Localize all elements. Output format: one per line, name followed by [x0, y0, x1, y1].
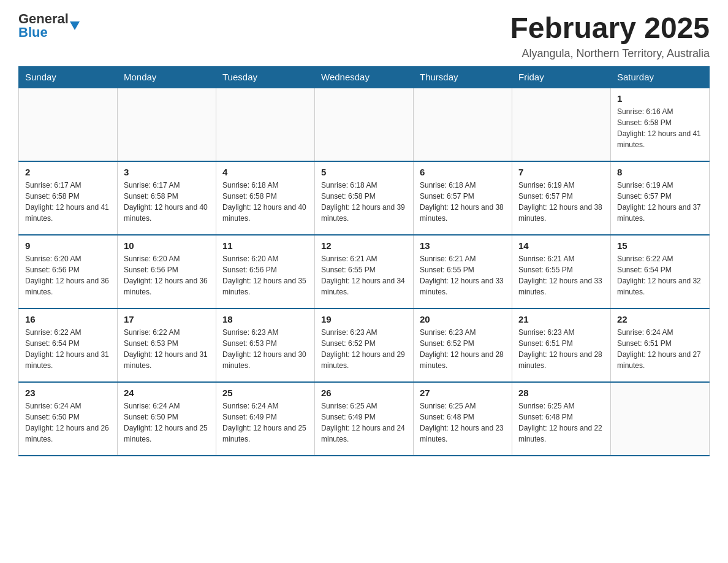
- calendar-table: SundayMondayTuesdayWednesdayThursdayFrid…: [18, 66, 710, 456]
- weekday-header-monday: Monday: [118, 66, 216, 88]
- calendar-cell: 16Sunrise: 6:22 AMSunset: 6:54 PMDayligh…: [19, 308, 118, 382]
- calendar-cell: 17Sunrise: 6:22 AMSunset: 6:53 PMDayligh…: [118, 308, 216, 382]
- calendar-cell: 23Sunrise: 6:24 AMSunset: 6:50 PMDayligh…: [19, 382, 118, 456]
- day-number: 3: [124, 167, 210, 177]
- calendar-cell: 2Sunrise: 6:17 AMSunset: 6:58 PMDaylight…: [19, 161, 118, 235]
- day-number: 8: [617, 167, 703, 177]
- day-number: 9: [25, 240, 111, 251]
- day-number: 15: [617, 240, 703, 251]
- day-info: Sunrise: 6:16 AMSunset: 6:58 PMDaylight:…: [617, 106, 703, 150]
- day-number: 1: [617, 93, 703, 104]
- calendar-cell: [611, 382, 710, 456]
- weekday-header-row: SundayMondayTuesdayWednesdayThursdayFrid…: [19, 66, 710, 88]
- day-number: 27: [420, 388, 506, 398]
- calendar-header: SundayMondayTuesdayWednesdayThursdayFrid…: [19, 66, 710, 88]
- day-info: Sunrise: 6:17 AMSunset: 6:58 PMDaylight:…: [124, 180, 210, 224]
- calendar-cell: [118, 88, 216, 161]
- day-info: Sunrise: 6:22 AMSunset: 6:53 PMDaylight:…: [124, 327, 210, 371]
- day-number: 11: [222, 240, 308, 251]
- calendar-cell: 6Sunrise: 6:18 AMSunset: 6:57 PMDaylight…: [414, 161, 512, 235]
- day-number: 18: [222, 314, 308, 324]
- day-number: 23: [25, 388, 111, 398]
- calendar-cell: [512, 88, 611, 161]
- page-header: General Blue February 2025 Alyangula, No…: [18, 12, 710, 60]
- day-info: Sunrise: 6:21 AMSunset: 6:55 PMDaylight:…: [518, 253, 604, 297]
- day-info: Sunrise: 6:24 AMSunset: 6:51 PMDaylight:…: [617, 327, 703, 371]
- calendar-cell: 10Sunrise: 6:20 AMSunset: 6:56 PMDayligh…: [118, 235, 216, 308]
- day-info: Sunrise: 6:23 AMSunset: 6:53 PMDaylight:…: [222, 327, 308, 371]
- calendar-cell: 26Sunrise: 6:25 AMSunset: 6:49 PMDayligh…: [315, 382, 414, 456]
- day-info: Sunrise: 6:20 AMSunset: 6:56 PMDaylight:…: [222, 253, 308, 297]
- day-info: Sunrise: 6:18 AMSunset: 6:58 PMDaylight:…: [321, 180, 407, 224]
- calendar-cell: 8Sunrise: 6:19 AMSunset: 6:57 PMDaylight…: [611, 161, 710, 235]
- logo: General Blue: [18, 12, 80, 39]
- day-number: 5: [321, 167, 407, 177]
- calendar-cell: [414, 88, 512, 161]
- day-number: 14: [518, 240, 604, 251]
- day-info: Sunrise: 6:17 AMSunset: 6:58 PMDaylight:…: [25, 180, 111, 224]
- day-number: 25: [222, 388, 308, 398]
- calendar-cell: 4Sunrise: 6:18 AMSunset: 6:58 PMDaylight…: [216, 161, 315, 235]
- logo-blue-text: Blue: [18, 26, 69, 39]
- calendar-cell: 27Sunrise: 6:25 AMSunset: 6:48 PMDayligh…: [414, 382, 512, 456]
- calendar-cell: 14Sunrise: 6:21 AMSunset: 6:55 PMDayligh…: [512, 235, 611, 308]
- day-info: Sunrise: 6:20 AMSunset: 6:56 PMDaylight:…: [124, 253, 210, 297]
- location-subtitle: Alyangula, Northern Territory, Australia: [510, 47, 710, 60]
- calendar-cell: 3Sunrise: 6:17 AMSunset: 6:58 PMDaylight…: [118, 161, 216, 235]
- calendar-week-3: 9Sunrise: 6:20 AMSunset: 6:56 PMDaylight…: [19, 235, 710, 308]
- calendar-body: 1Sunrise: 6:16 AMSunset: 6:58 PMDaylight…: [19, 88, 710, 456]
- calendar-cell: 28Sunrise: 6:25 AMSunset: 6:48 PMDayligh…: [512, 382, 611, 456]
- calendar-cell: 1Sunrise: 6:16 AMSunset: 6:58 PMDaylight…: [611, 88, 710, 161]
- calendar-cell: [216, 88, 315, 161]
- title-section: February 2025 Alyangula, Northern Territ…: [510, 12, 710, 60]
- calendar-cell: 15Sunrise: 6:22 AMSunset: 6:54 PMDayligh…: [611, 235, 710, 308]
- weekday-header-tuesday: Tuesday: [216, 66, 315, 88]
- day-number: 7: [518, 167, 604, 177]
- day-info: Sunrise: 6:23 AMSunset: 6:51 PMDaylight:…: [518, 327, 604, 371]
- month-year-title: February 2025: [510, 12, 710, 45]
- calendar-cell: 19Sunrise: 6:23 AMSunset: 6:52 PMDayligh…: [315, 308, 414, 382]
- day-info: Sunrise: 6:25 AMSunset: 6:48 PMDaylight:…: [420, 400, 506, 445]
- day-info: Sunrise: 6:22 AMSunset: 6:54 PMDaylight:…: [617, 253, 703, 297]
- day-info: Sunrise: 6:23 AMSunset: 6:52 PMDaylight:…: [321, 327, 407, 371]
- day-number: 24: [124, 388, 210, 398]
- calendar-cell: 13Sunrise: 6:21 AMSunset: 6:55 PMDayligh…: [414, 235, 512, 308]
- day-info: Sunrise: 6:22 AMSunset: 6:54 PMDaylight:…: [25, 327, 111, 371]
- day-number: 13: [420, 240, 506, 251]
- day-number: 26: [321, 388, 407, 398]
- day-number: 20: [420, 314, 506, 324]
- day-info: Sunrise: 6:23 AMSunset: 6:52 PMDaylight:…: [420, 327, 506, 371]
- day-info: Sunrise: 6:18 AMSunset: 6:57 PMDaylight:…: [420, 180, 506, 224]
- calendar-cell: 24Sunrise: 6:24 AMSunset: 6:50 PMDayligh…: [118, 382, 216, 456]
- day-number: 16: [25, 314, 111, 324]
- day-number: 17: [124, 314, 210, 324]
- day-number: 4: [222, 167, 308, 177]
- calendar-cell: 25Sunrise: 6:24 AMSunset: 6:49 PMDayligh…: [216, 382, 315, 456]
- day-number: 2: [25, 167, 111, 177]
- day-info: Sunrise: 6:24 AMSunset: 6:49 PMDaylight:…: [222, 400, 308, 445]
- calendar-cell: 21Sunrise: 6:23 AMSunset: 6:51 PMDayligh…: [512, 308, 611, 382]
- calendar-cell: [315, 88, 414, 161]
- weekday-header-sunday: Sunday: [19, 66, 118, 88]
- calendar-cell: 9Sunrise: 6:20 AMSunset: 6:56 PMDaylight…: [19, 235, 118, 308]
- logo-triangle-icon: [70, 21, 80, 30]
- day-info: Sunrise: 6:21 AMSunset: 6:55 PMDaylight:…: [420, 253, 506, 297]
- day-info: Sunrise: 6:25 AMSunset: 6:48 PMDaylight:…: [518, 400, 604, 445]
- calendar-week-5: 23Sunrise: 6:24 AMSunset: 6:50 PMDayligh…: [19, 382, 710, 456]
- day-number: 12: [321, 240, 407, 251]
- day-info: Sunrise: 6:19 AMSunset: 6:57 PMDaylight:…: [518, 180, 604, 224]
- weekday-header-saturday: Saturday: [611, 66, 710, 88]
- day-info: Sunrise: 6:20 AMSunset: 6:56 PMDaylight:…: [25, 253, 111, 297]
- calendar-cell: 20Sunrise: 6:23 AMSunset: 6:52 PMDayligh…: [414, 308, 512, 382]
- weekday-header-wednesday: Wednesday: [315, 66, 414, 88]
- calendar-cell: 22Sunrise: 6:24 AMSunset: 6:51 PMDayligh…: [611, 308, 710, 382]
- day-number: 21: [518, 314, 604, 324]
- calendar-cell: 7Sunrise: 6:19 AMSunset: 6:57 PMDaylight…: [512, 161, 611, 235]
- logo-general-text: General: [18, 12, 69, 26]
- day-info: Sunrise: 6:19 AMSunset: 6:57 PMDaylight:…: [617, 180, 703, 224]
- day-number: 19: [321, 314, 407, 324]
- calendar-week-4: 16Sunrise: 6:22 AMSunset: 6:54 PMDayligh…: [19, 308, 710, 382]
- day-info: Sunrise: 6:24 AMSunset: 6:50 PMDaylight:…: [25, 400, 111, 445]
- day-info: Sunrise: 6:18 AMSunset: 6:58 PMDaylight:…: [222, 180, 308, 224]
- calendar-cell: [19, 88, 118, 161]
